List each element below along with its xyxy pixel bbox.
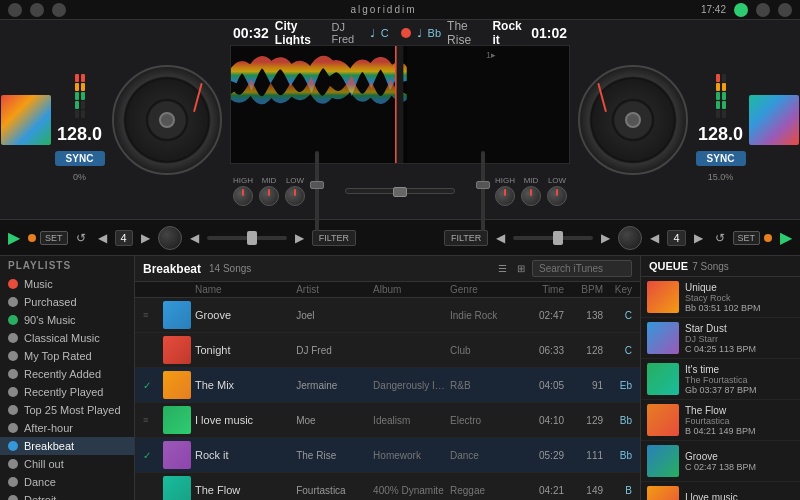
left-next-button[interactable]: ▶: [137, 229, 154, 247]
right-sync-button[interactable]: SYNC: [696, 151, 746, 166]
queue-row-5[interactable]: I love music Bb 04:10 129 BPM: [641, 482, 800, 500]
high-knob-left[interactable]: [233, 186, 253, 206]
queue-row-4[interactable]: Groove C 02:47 138 BPM: [641, 441, 800, 482]
left-pitch-slider[interactable]: [207, 236, 287, 240]
high-knob-right[interactable]: [495, 186, 515, 206]
track-row-5[interactable]: The Flow Fourtastica 400% Dynamite Regga…: [135, 473, 640, 500]
left-needle: [193, 82, 203, 111]
right-fx-knob[interactable]: [618, 226, 642, 250]
queue-thumb-5: [647, 486, 679, 500]
sidebar-item-recently-played[interactable]: Recently Played: [0, 383, 134, 401]
sidebar-item-top-25-most-played[interactable]: Top 25 Most Played: [0, 401, 134, 419]
queue-header: QUEUE 7 Songs: [641, 256, 800, 277]
channel-fader-right[interactable]: [481, 151, 485, 231]
record-button[interactable]: [401, 28, 411, 38]
crossfader[interactable]: [345, 188, 455, 194]
left-pitch-thumb[interactable]: [247, 231, 257, 245]
track-key-1: C: [607, 345, 632, 356]
right-prev-button[interactable]: ◀: [646, 229, 663, 247]
track-row-2[interactable]: ✓ The Mix Jermaine Dangerously In Love R…: [135, 368, 640, 403]
right-loop-count[interactable]: 4: [667, 230, 685, 246]
right-next-button[interactable]: ▶: [690, 229, 707, 247]
queue-row-1[interactable]: Star Dust DJ Starr C 04:25 113 BPM: [641, 318, 800, 359]
left-play-button[interactable]: ▶: [4, 226, 24, 249]
right-set-button[interactable]: SET: [733, 231, 761, 245]
headphone-icon: [8, 3, 22, 17]
sidebar-header: PLAYLISTS: [0, 256, 134, 275]
low-knob-right[interactable]: [547, 186, 567, 206]
bottom-section: PLAYLISTS MusicPurchased90's MusicClassi…: [0, 256, 800, 500]
crossfader-section: [340, 188, 460, 194]
track-key-3: Bb: [607, 415, 632, 426]
left-loop-count[interactable]: 4: [115, 230, 133, 246]
sidebar-item-purchased[interactable]: Purchased: [0, 293, 134, 311]
track-row-4[interactable]: ✓ Rock it The Rise Homework Dance 05:29 …: [135, 438, 640, 473]
queue-track-name-5: I love music: [685, 492, 794, 501]
top-bar-left: [8, 3, 66, 17]
view-grid-button[interactable]: ⊞: [514, 262, 528, 275]
right-needle: [597, 82, 607, 111]
view-list-button[interactable]: ☰: [495, 262, 510, 275]
left-fx-knob[interactable]: [158, 226, 182, 250]
queue-row-0[interactable]: Unique Stacy Rock Bb 03:51 102 BPM: [641, 277, 800, 318]
left-undo-button[interactable]: ↺: [72, 229, 90, 247]
queue-track-name-3: The Flow: [685, 405, 794, 416]
sidebar-item-music[interactable]: Music: [0, 275, 134, 293]
right-undo-button[interactable]: ↺: [711, 229, 729, 247]
sidebar-item-after-hour[interactable]: After-hour: [0, 419, 134, 437]
sidebar-item-90's-music[interactable]: 90's Music: [0, 311, 134, 329]
track-row-num-0: ≡: [143, 310, 159, 320]
queue-row-3[interactable]: The Flow Fourtastica B 04:21 149 BPM: [641, 400, 800, 441]
right-filter-button[interactable]: FILTER: [444, 230, 488, 246]
track-row-0[interactable]: ≡ Groove Joel Indie Rock 02:47 138 C: [135, 298, 640, 333]
left-fx-next[interactable]: ▶: [291, 229, 308, 247]
sidebar-item-chill-out[interactable]: Chill out: [0, 455, 134, 473]
sidebar-item-icon-10: [8, 459, 18, 469]
track-time-3: 04:10: [524, 415, 564, 426]
left-prev-button[interactable]: ◀: [94, 229, 111, 247]
right-turntable[interactable]: [578, 65, 688, 175]
left-turntable-center: [159, 112, 175, 128]
left-fx-prev[interactable]: ◀: [186, 229, 203, 247]
right-pitch-slider[interactable]: [513, 236, 593, 240]
track-time-5: 04:21: [524, 485, 564, 496]
left-set-button[interactable]: SET: [40, 231, 68, 245]
track-search-input[interactable]: [532, 260, 632, 277]
track-artist-5: Fourtastica: [296, 485, 369, 496]
low-label-right: LOW: [548, 176, 566, 185]
left-sync-button[interactable]: SYNC: [55, 151, 105, 166]
mid-knob-left[interactable]: [259, 186, 279, 206]
mid-knob-right[interactable]: [521, 186, 541, 206]
sidebar-item-classical-music[interactable]: Classical Music: [0, 329, 134, 347]
crossfader-thumb[interactable]: [393, 187, 407, 197]
queue-track-name-1: Star Dust: [685, 323, 794, 334]
sidebar-item-recently-added[interactable]: Recently Added: [0, 365, 134, 383]
track-artist-4: The Rise: [296, 450, 369, 461]
sidebar-item-breakbeat[interactable]: Breakbeat: [0, 437, 134, 455]
col-header-artist: Artist: [296, 284, 369, 295]
right-pitch-thumb[interactable]: [553, 231, 563, 245]
right-key-pre: ♩: [417, 27, 422, 40]
right-fx-next[interactable]: ▶: [597, 229, 614, 247]
sidebar-item-label-1: Purchased: [24, 296, 77, 308]
queue-track-name-2: It's time: [685, 364, 794, 375]
channel-fader-left[interactable]: [315, 151, 319, 231]
left-turntable[interactable]: [112, 65, 222, 175]
track-row-3[interactable]: ≡ I love music Moe Idealism Electro 04:1…: [135, 403, 640, 438]
track-key-2: Eb: [607, 380, 632, 391]
right-fx-prev[interactable]: ◀: [492, 229, 509, 247]
col-header-key: Key: [607, 284, 632, 295]
grid-icon: [52, 3, 66, 17]
sidebar-item-detroit[interactable]: Detroit: [0, 491, 134, 500]
sidebar-item-label-0: Music: [24, 278, 53, 290]
left-filter-button[interactable]: FILTER: [312, 230, 356, 246]
sidebar-item-icon-6: [8, 387, 18, 397]
track-row-1[interactable]: Tonight DJ Fred Club 06:33 128 C: [135, 333, 640, 368]
queue-info-4: Groove C 02:47 138 BPM: [685, 451, 794, 472]
sidebar-item-my-top-rated[interactable]: My Top Rated: [0, 347, 134, 365]
queue-row-2[interactable]: It's time The Fourtastica Gb 03:37 87 BP…: [641, 359, 800, 400]
sidebar-item-dance[interactable]: Dance: [0, 473, 134, 491]
low-knob-left[interactable]: [285, 186, 305, 206]
right-play-button[interactable]: ▶: [776, 226, 796, 249]
queue-thumb-2: [647, 363, 679, 395]
